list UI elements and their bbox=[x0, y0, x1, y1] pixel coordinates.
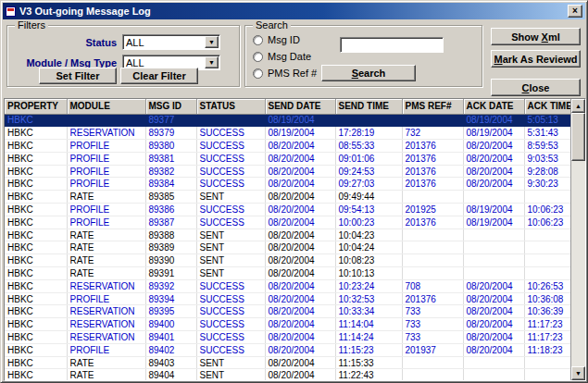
search-input[interactable] bbox=[340, 37, 444, 53]
grid-cell[interactable] bbox=[402, 356, 463, 369]
grid-cell[interactable]: 11:15:23 bbox=[335, 343, 402, 356]
chevron-down-icon[interactable]: ▼ bbox=[205, 56, 219, 68]
grid-cell[interactable]: SUCCESS bbox=[196, 204, 265, 216]
grid-cell[interactable]: 9:03:53 bbox=[524, 152, 570, 165]
grid-cell[interactable]: 10:10:13 bbox=[335, 267, 402, 280]
grid-cell[interactable]: 201376 bbox=[402, 178, 463, 191]
grid-cell[interactable]: 08/19/2004 bbox=[463, 114, 524, 127]
grid-row[interactable]: HBKCRATE89385SENT08/20/200409:49:44 bbox=[5, 191, 570, 204]
grid-cell[interactable] bbox=[402, 241, 463, 254]
column-header[interactable]: ACK DATE bbox=[463, 99, 524, 114]
grid-cell[interactable]: 08:55:33 bbox=[335, 140, 402, 153]
grid-cell[interactable]: 89377 bbox=[145, 114, 196, 127]
grid-cell[interactable]: 17:28:19 bbox=[335, 127, 402, 140]
grid-row[interactable]: HBKCRESERVATION89400SUCCESS08/20/200411:… bbox=[5, 318, 570, 331]
grid-cell[interactable]: 08/19/2004 bbox=[265, 127, 335, 140]
grid-cell[interactable]: 5:31:43 bbox=[524, 127, 570, 140]
grid-cell[interactable]: 11:18:23 bbox=[524, 343, 570, 356]
grid-cell[interactable]: RATE bbox=[67, 241, 145, 254]
grid-cell[interactable]: 201937 bbox=[402, 343, 463, 356]
grid-cell[interactable]: 10:32:53 bbox=[335, 292, 402, 305]
grid-cell[interactable]: 201376 bbox=[402, 152, 463, 165]
grid-cell[interactable]: 08/20/2004 bbox=[265, 216, 335, 229]
grid-cell[interactable]: 201376 bbox=[402, 140, 463, 153]
grid-cell[interactable]: 89382 bbox=[145, 165, 196, 178]
grid-cell[interactable] bbox=[463, 229, 524, 241]
grid-cell[interactable]: PROFILE bbox=[67, 165, 145, 178]
grid-cell[interactable] bbox=[463, 254, 524, 267]
grid-cell[interactable]: SUCCESS bbox=[196, 331, 265, 344]
column-header[interactable]: ACK TIME bbox=[524, 99, 570, 114]
grid-cell[interactable] bbox=[402, 267, 463, 280]
grid-cell[interactable]: PROFILE bbox=[67, 140, 145, 153]
grid-cell[interactable] bbox=[524, 369, 570, 381]
grid-row[interactable]: HBKCRATE89404SENT08/20/200411:22:43 bbox=[5, 369, 570, 381]
grid-cell[interactable]: 9:28:08 bbox=[524, 165, 570, 178]
grid-cell[interactable]: 08/20/2004 bbox=[265, 279, 335, 292]
set-filter-button[interactable]: Set Filter bbox=[39, 68, 117, 84]
grid-cell[interactable]: SUCCESS bbox=[196, 343, 265, 356]
grid-row[interactable]: HBKCRATE89391SENT08/20/200410:10:13 bbox=[5, 267, 570, 280]
grid-cell[interactable]: 89389 bbox=[145, 241, 196, 254]
grid-cell[interactable]: 89379 bbox=[145, 127, 196, 140]
grid-cell[interactable]: RESERVATION bbox=[67, 127, 145, 140]
grid-cell[interactable]: 89381 bbox=[145, 152, 196, 165]
grid-cell[interactable]: RESERVATION bbox=[67, 318, 145, 331]
grid-cell[interactable]: 08/20/2004 bbox=[265, 267, 335, 280]
grid-cell[interactable]: 10:04:23 bbox=[335, 229, 402, 241]
grid-row[interactable]: HBKCRESERVATION89392SUCCESS08/20/200410:… bbox=[5, 279, 570, 292]
grid-cell[interactable]: SENT bbox=[196, 229, 265, 241]
grid-cell[interactable]: 08/20/2004 bbox=[265, 152, 335, 165]
grid-cell[interactable]: 201376 bbox=[402, 165, 463, 178]
grid-cell[interactable]: SUCCESS bbox=[196, 165, 265, 178]
grid-cell[interactable]: 08/20/2004 bbox=[265, 331, 335, 344]
grid-cell[interactable]: 733 bbox=[402, 318, 463, 331]
grid-cell[interactable] bbox=[463, 356, 524, 369]
grid-cell[interactable]: 08/20/2004 bbox=[265, 241, 335, 254]
show-xml-button[interactable]: Show Xml bbox=[491, 28, 581, 45]
grid-row[interactable]: HBKC8937708/19/200408/19/20045:05:13 bbox=[5, 114, 570, 127]
grid-cell[interactable]: PROFILE bbox=[67, 152, 145, 165]
grid-cell[interactable]: 89386 bbox=[145, 204, 196, 216]
grid-cell[interactable]: RATE bbox=[67, 267, 145, 280]
grid-cell[interactable]: 08/20/2004 bbox=[265, 178, 335, 191]
grid-cell[interactable]: 09:01:06 bbox=[335, 152, 402, 165]
grid-cell[interactable]: SENT bbox=[196, 241, 265, 254]
grid-cell[interactable]: 11:14:24 bbox=[335, 331, 402, 344]
grid-cell[interactable]: 11:17:23 bbox=[524, 331, 570, 344]
grid-cell[interactable]: 08/20/2004 bbox=[463, 279, 524, 292]
grid-cell[interactable] bbox=[402, 114, 463, 127]
grid-cell[interactable]: 89390 bbox=[145, 254, 196, 267]
grid-cell[interactable]: SUCCESS bbox=[196, 127, 265, 140]
grid-cell[interactable] bbox=[402, 229, 463, 241]
grid-cell[interactable]: HBKC bbox=[5, 204, 67, 216]
radio-msg-id[interactable]: Msg ID bbox=[253, 34, 300, 45]
grid-row[interactable]: HBKCRATE89403SENT08/20/200411:15:33 bbox=[5, 356, 570, 369]
grid-cell[interactable]: 10:04:24 bbox=[335, 241, 402, 254]
grid-cell[interactable]: 11:14:04 bbox=[335, 318, 402, 331]
grid-cell[interactable]: 08/20/2004 bbox=[463, 152, 524, 165]
grid-cell[interactable] bbox=[463, 191, 524, 204]
grid-row[interactable]: HBKCPROFILE89386SUCCESS08/20/200409:54:1… bbox=[5, 204, 570, 216]
grid-cell[interactable]: 89392 bbox=[145, 279, 196, 292]
clear-filter-button[interactable]: Clear Filter bbox=[120, 68, 198, 84]
status-dropdown[interactable]: ALL ▼ bbox=[122, 34, 220, 50]
grid-cell[interactable]: PROFILE bbox=[67, 178, 145, 191]
grid-cell[interactable]: 201376 bbox=[402, 216, 463, 229]
grid-cell[interactable]: 08/20/2004 bbox=[265, 343, 335, 356]
radio-msg-date[interactable]: Msg Date bbox=[253, 51, 311, 62]
grid-cell[interactable]: SUCCESS bbox=[196, 140, 265, 153]
grid-cell[interactable]: RATE bbox=[67, 254, 145, 267]
grid-cell[interactable]: HBKC bbox=[5, 292, 67, 305]
grid-cell[interactable]: 89388 bbox=[145, 229, 196, 241]
grid-cell[interactable]: HBKC bbox=[5, 152, 67, 165]
grid-cell[interactable]: 5:05:13 bbox=[524, 114, 570, 127]
grid-cell[interactable]: 08/20/2004 bbox=[463, 305, 524, 318]
grid-cell[interactable]: PROFILE bbox=[67, 292, 145, 305]
grid-cell[interactable]: 08/20/2004 bbox=[265, 318, 335, 331]
grid-cell[interactable]: 08/20/2004 bbox=[463, 318, 524, 331]
grid-row[interactable]: HBKCRESERVATION89395SUCCESS08/20/200410:… bbox=[5, 305, 570, 318]
grid-cell[interactable]: 08/20/2004 bbox=[463, 140, 524, 153]
grid-row[interactable]: HBKCPROFILE89387SUCCESS08/20/200410:00:2… bbox=[5, 216, 570, 229]
grid-row[interactable]: HBKCPROFILE89384SUCCESS08/20/200409:27:0… bbox=[5, 178, 570, 191]
